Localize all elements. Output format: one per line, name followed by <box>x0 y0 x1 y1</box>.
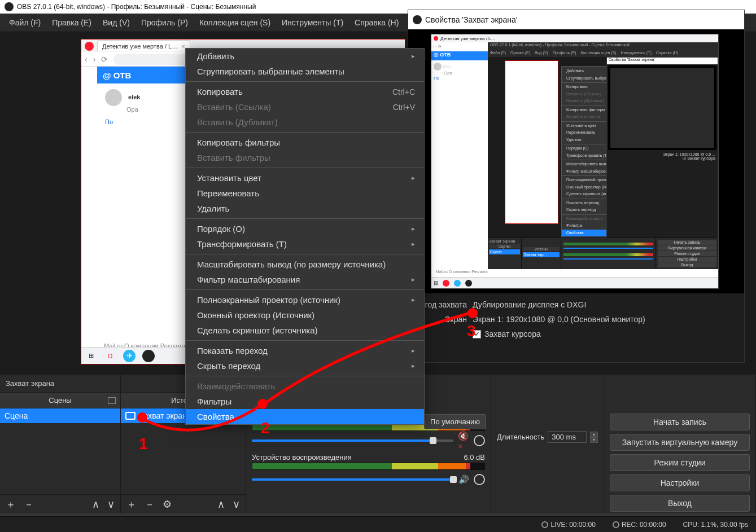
screen-value[interactable]: Экран 1: 1920x1080 @ 0,0 (Основной монит… <box>473 315 736 324</box>
rec-time: REC: 00:00:00 <box>622 521 666 529</box>
mic-settings-icon[interactable] <box>474 435 485 446</box>
remove-scene-button[interactable]: － <box>24 498 34 511</box>
cm-scale-filter[interactable]: Фильтр масштабирования▸ <box>186 272 424 287</box>
start-icon: ⊞ <box>85 350 97 362</box>
capture-cursor-label: Захват курсора <box>484 329 541 338</box>
playback-label: Устройство воспроизведения <box>252 453 352 461</box>
avatar <box>105 89 122 106</box>
screen-label: Экран <box>416 315 473 324</box>
start-recording-button[interactable]: Начать запись <box>610 414 750 430</box>
add-scene-button[interactable]: ＋ <box>6 498 16 511</box>
capture-method-label: год захвата <box>416 300 473 309</box>
scene-item[interactable]: Сцена <box>0 408 120 423</box>
source-properties-button[interactable]: ⚙ <box>163 498 172 511</box>
playback-db: 6.0 dB <box>464 453 485 461</box>
cm-fullscreen-proj[interactable]: Полноэкранный проектор (источник)▸ <box>186 292 424 307</box>
cm-order[interactable]: Порядок (O)▸ <box>186 221 424 236</box>
obs-icon <box>413 15 422 24</box>
telegram-taskbar-icon: ✈ <box>123 350 136 362</box>
browser-nav-buttons: ‹›⟳ <box>85 55 108 64</box>
browser-tab-active: Детектив уже мертва / L…× <box>97 40 190 51</box>
properties-window[interactable]: Свойства 'Захват экрана' Детектив уже ме… <box>408 10 745 363</box>
studio-mode-button[interactable]: Режим студии <box>610 454 750 471</box>
scenes-header: Сцены <box>0 392 120 408</box>
menu-file[interactable]: Файл (F) <box>3 16 46 29</box>
cm-interact: Взаимодействовать <box>186 379 424 394</box>
menu-tools[interactable]: Инструменты (T) <box>276 16 349 29</box>
settings-button[interactable]: Настройки <box>610 474 750 491</box>
scene-down-button[interactable]: ∨ <box>107 498 115 511</box>
menu-profile[interactable]: Профиль (P) <box>136 16 194 29</box>
opera-icon <box>85 42 94 51</box>
obs-icon <box>5 2 14 11</box>
source-down-button[interactable]: ∨ <box>233 498 240 511</box>
duration-down-button[interactable]: ▼ <box>590 437 598 443</box>
controls-dock: Начать запись Запустить виртуальную каме… <box>604 375 756 513</box>
properties-preview: Детектив уже мертва / L… OBS 27.0.1 (64-… <box>408 29 744 293</box>
display-capture-icon <box>125 412 136 420</box>
cpu-fps: CPU: 1.1%, 30.00 fps <box>683 521 748 529</box>
capture-method-value[interactable]: Дублирование дисплея с DXGI <box>473 300 736 309</box>
live-indicator-icon <box>541 521 548 528</box>
menu-help[interactable]: Справка (H) <box>349 16 404 29</box>
mixer-playback-channel: Устройство воспроизведения 6.0 dB 🔊 <box>246 450 491 489</box>
scenes-dock: Захват экрана Сцены Сцена ＋ － ∧ ∨ <box>0 375 121 513</box>
playback-vu-meter <box>252 463 485 470</box>
playback-speaker-icon[interactable]: 🔊 <box>458 474 469 485</box>
start-virtual-camera-button[interactable]: Запустить виртуальную камеру <box>610 434 750 451</box>
transitions-dock: Длительность 300 ms ▲ ▼ <box>491 375 604 513</box>
window-title: OBS 27.0.1 (64-bit, windows) - Профиль: … <box>17 3 256 11</box>
cm-window-proj[interactable]: Оконный проектор (Источник) <box>186 307 424 323</box>
cm-paste-link: Вставить (Ссылка)Ctrl+V <box>186 99 424 115</box>
cm-copy-filters[interactable]: Копировать фильтры <box>186 135 424 150</box>
playback-volume-slider[interactable] <box>252 478 453 481</box>
cm-transform[interactable]: Трансформировать (T)▸ <box>186 236 424 252</box>
dock-popout-icon[interactable] <box>108 397 116 404</box>
cm-paste-dup: Вставить (Дубликат) <box>186 115 424 130</box>
menu-edit[interactable]: Правка (E) <box>46 16 97 29</box>
preview-source-label: Захват экрана <box>0 375 120 392</box>
cm-filters[interactable]: Фильтры <box>186 394 424 409</box>
cm-hide-transition[interactable]: Скрыть переход▸ <box>186 358 424 373</box>
transition-duration-field[interactable]: 300 ms <box>548 431 587 443</box>
exit-button[interactable]: Выход <box>610 495 750 512</box>
mic-volume-slider[interactable] <box>252 439 453 442</box>
cm-show-transition[interactable]: Показать переход▸ <box>186 343 424 358</box>
source-up-button[interactable]: ∧ <box>217 498 225 511</box>
live-time: LIVE: 00:00:00 <box>550 521 595 529</box>
transition-duration-label: Длительность <box>497 433 544 441</box>
defaults-button[interactable]: По умолчанию <box>424 414 486 429</box>
add-source-button[interactable]: ＋ <box>126 498 137 511</box>
obs-taskbar-icon <box>142 350 155 362</box>
playback-settings-icon[interactable] <box>474 474 485 485</box>
sources-toolbar: ＋ － ⚙ ∧ ∨ <box>121 494 246 513</box>
menu-scene-collection[interactable]: Коллекция сцен (S) <box>194 16 276 29</box>
cm-add[interactable]: Добавить▸ <box>186 49 424 64</box>
scenes-toolbar: ＋ － ∧ ∨ <box>0 494 120 513</box>
capture-cursor-checkbox[interactable]: ✓ <box>473 330 481 338</box>
mic-mute-icon[interactable]: 🔇× <box>458 435 469 446</box>
statusbar: LIVE: 00:00:00 REC: 00:00:00 CPU: 1.1%, … <box>0 516 756 532</box>
cm-group[interactable]: Сгруппировать выбранные элементы <box>186 64 424 79</box>
properties-title: Свойства 'Захват экрана' <box>425 15 517 24</box>
menu-view[interactable]: Вид (V) <box>97 16 136 29</box>
cm-delete[interactable]: Удалить <box>186 201 424 216</box>
rec-indicator-icon <box>613 521 619 528</box>
scene-up-button[interactable]: ∧ <box>92 498 99 511</box>
properties-titlebar[interactable]: Свойства 'Захват экрана' <box>408 10 744 29</box>
cm-set-color[interactable]: Установить цвет▸ <box>186 170 424 186</box>
cm-scale-output[interactable]: Масштабировать вывод (по размеру источни… <box>186 257 424 272</box>
duration-up-button[interactable]: ▲ <box>590 432 598 437</box>
opera-taskbar-icon: O <box>104 350 116 362</box>
remove-source-button[interactable]: － <box>145 498 155 511</box>
cm-rename[interactable]: Переименовать <box>186 186 424 201</box>
source-context-menu: Добавить▸ Сгруппировать выбранные элемен… <box>185 48 425 425</box>
cm-copy[interactable]: КопироватьCtrl+C <box>186 84 424 99</box>
cm-properties[interactable]: Свойства <box>186 409 424 424</box>
cm-paste-filters: Вставить фильтры <box>186 150 424 165</box>
cm-screenshot[interactable]: Сделать скриншот (источника) <box>186 323 424 338</box>
